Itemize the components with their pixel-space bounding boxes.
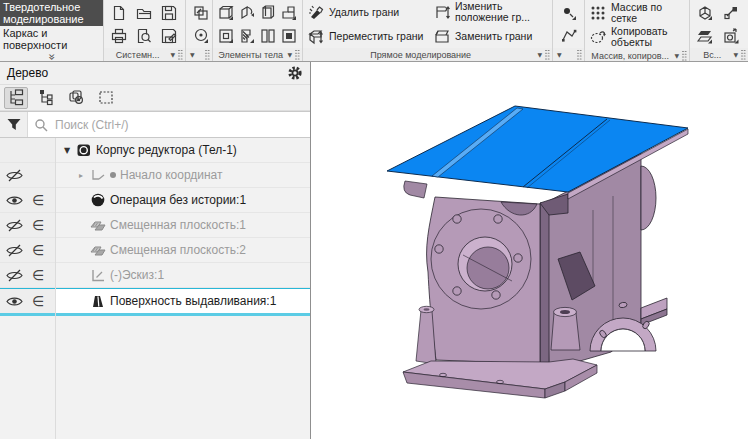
open-document-button[interactable]: [133, 2, 154, 24]
extrusion-element-icon: [218, 5, 234, 21]
change-face-position-button[interactable]: Изменить положение гр...: [431, 0, 547, 24]
move-faces-icon: [308, 28, 325, 45]
tree-structure-view-button[interactable]: [4, 87, 28, 109]
section-grip-handle[interactable]: [741, 50, 745, 60]
save-button[interactable]: [158, 2, 179, 24]
sweep-element-button[interactable]: [257, 2, 278, 24]
section-auxiliary: Вс... ▼: [690, 0, 748, 61]
copy-objects-icon: [590, 29, 607, 46]
cut-revolution-button[interactable]: [236, 25, 257, 47]
tree-item-poverkhnost-vydavlivaniya[interactable]: ∈ Поверхность выдавливания:1: [0, 288, 310, 316]
offset-plane-button[interactable]: [695, 25, 716, 47]
tree-item-smeshchennaya-ploskost-1[interactable]: ∈ Смещенная плоскость:1: [0, 213, 310, 238]
tree-item-eskiz-1[interactable]: ∈ (-)Эскиз:1: [0, 263, 310, 288]
print-button[interactable]: [108, 25, 129, 47]
object-cs-button[interactable]: [721, 25, 742, 47]
roundel-button[interactable]: [190, 25, 211, 47]
revolution-element-button[interactable]: [236, 2, 257, 24]
point-icon: [561, 5, 577, 21]
eye-hidden-icon[interactable]: [6, 269, 23, 282]
tab-wireframe-surfaces[interactable]: Каркас и поверхности: [0, 26, 103, 52]
revolution-element-icon: [239, 5, 255, 21]
section-grip-handle[interactable]: [178, 50, 182, 60]
copy-objects-button[interactable]: Копировать объекты: [587, 25, 687, 49]
delete-faces-button[interactable]: Удалить грани: [305, 0, 431, 24]
section-label-system: Системн... ▼: [104, 48, 185, 61]
chevron-down-icon[interactable]: ▼: [190, 52, 195, 58]
offset-plane-icon: [90, 243, 106, 258]
new-document-button[interactable]: [108, 2, 129, 24]
ribbon-collapse-button[interactable]: »: [0, 52, 103, 61]
move-faces-button[interactable]: Переместить грани: [305, 24, 431, 48]
tree-item-korpus-reduktora[interactable]: ▼ Корпус редуктора (Тел-1): [0, 138, 310, 163]
eye-hidden-icon[interactable]: [6, 244, 23, 257]
section-grip-handle[interactable]: [545, 50, 549, 60]
point-button[interactable]: [558, 2, 579, 24]
tree-toolbar: [0, 85, 310, 111]
tree-composition-view-button[interactable]: [34, 87, 58, 109]
delete-faces-icon: [308, 4, 325, 21]
local-cs-icon: [697, 5, 713, 21]
3d-viewport[interactable]: [311, 62, 748, 439]
belongs-to-body-icon: ∈: [30, 192, 46, 208]
replace-faces-button[interactable]: Заменить грани: [431, 24, 547, 48]
new-document-icon: [111, 5, 127, 21]
chevron-down-icon[interactable]: ▼: [674, 53, 679, 59]
save-as-button[interactable]: [158, 25, 179, 47]
chevron-down-icon[interactable]: ▼: [287, 52, 292, 58]
tree-structure-icon: [8, 89, 25, 106]
control-points-button[interactable]: [721, 2, 742, 24]
tree-rows: ▼ Корпус редуктора (Тел-1) ▸ Начало коор…: [0, 138, 310, 439]
section-label-quick-1: ▼: [186, 48, 212, 61]
chevron-down-icon[interactable]: ▼: [733, 52, 738, 58]
section-grip-handle[interactable]: [205, 50, 209, 60]
tree-item-operaciya-bez-istorii[interactable]: ∈ Операция без истории:1: [0, 188, 310, 213]
chevron-down-icon[interactable]: ▼: [557, 52, 562, 58]
tab-solid-modeling[interactable]: Твердотельное моделирование: [0, 0, 103, 26]
section-array-copy: Массив по сетке Копировать объекты Масси…: [585, 0, 690, 61]
tree-item-smeshchennaya-ploskost-2[interactable]: ∈ Смещенная плоскость:2: [0, 238, 310, 263]
section-label-body-elements: Элементы тела ▼: [213, 48, 302, 61]
grid-array-button[interactable]: Массив по сетке: [587, 1, 687, 25]
cut-loft-button[interactable]: [278, 25, 299, 47]
collections-button[interactable]: [190, 2, 211, 24]
chevron-down-icon[interactable]: ▼: [537, 52, 542, 58]
section-quick-2: ▼: [553, 0, 585, 61]
belongs-to-body-icon: ∈: [30, 217, 46, 233]
cut-extrusion-button[interactable]: [215, 25, 236, 47]
chevron-down-icon[interactable]: ▼: [170, 52, 175, 58]
area-select-button[interactable]: [94, 87, 118, 109]
section-grip-handle[interactable]: [682, 51, 686, 61]
section-quick-1: ▼: [186, 0, 213, 61]
sketch-icon: [90, 268, 106, 283]
expander-icon[interactable]: ▼: [62, 146, 72, 155]
relations-view-button[interactable]: [64, 87, 88, 109]
preview-button[interactable]: [133, 25, 154, 47]
loft-element-icon: [281, 5, 297, 21]
section-label-quick-2: ▼: [553, 48, 584, 61]
local-cs-button[interactable]: [695, 2, 716, 24]
eye-visible-icon[interactable]: [6, 295, 23, 308]
eye-hidden-icon[interactable]: [6, 169, 23, 182]
eye-visible-icon[interactable]: [6, 194, 23, 207]
section-grip-handle[interactable]: [577, 50, 581, 60]
cut-sweep-button[interactable]: [257, 25, 278, 47]
ribbon-tab-group: Твердотельное моделирование Каркас и пов…: [0, 0, 104, 61]
spline-button[interactable]: [558, 25, 579, 47]
gearbox-housing-model: [311, 62, 748, 437]
belongs-to-body-icon: ∈: [30, 267, 46, 283]
change-face-position-icon: [434, 4, 451, 21]
spline-icon: [561, 28, 577, 44]
loft-element-button[interactable]: [278, 2, 299, 24]
expander-icon[interactable]: ▸: [76, 171, 86, 180]
tree-composition-icon: [38, 89, 55, 106]
section-grip-handle[interactable]: [295, 50, 299, 60]
collections-icon: [193, 5, 209, 21]
eye-hidden-icon[interactable]: [6, 219, 23, 232]
search-input[interactable]: [53, 117, 304, 133]
extrusion-element-button[interactable]: [215, 2, 236, 24]
gear-icon[interactable]: [287, 65, 303, 81]
extrusion-surface-icon: [90, 293, 106, 309]
tree-item-nachalo-koordinat[interactable]: ▸ Начало координат: [0, 163, 310, 188]
filter-button[interactable]: [0, 112, 28, 137]
